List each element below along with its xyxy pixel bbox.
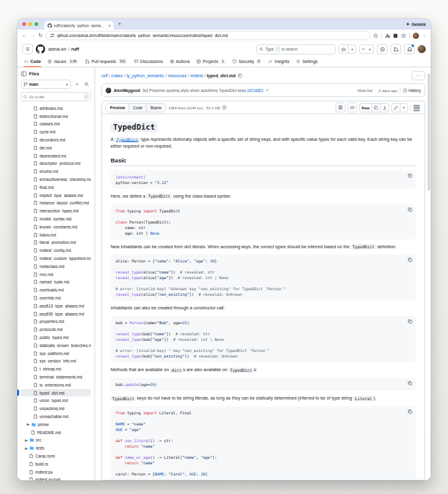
- tree-file-intersection_types.md[interactable]: intersection_types.md: [21, 207, 91, 215]
- tree-file-ty_extensions.md[interactable]: ty_extensions.md: [21, 381, 91, 389]
- copy-code-button[interactable]: [408, 257, 412, 262]
- org-link[interactable]: astral-sh: [48, 46, 66, 52]
- tree-folder-tests[interactable]: ▶tests: [21, 444, 91, 452]
- tree-file-invalid_syntax.md[interactable]: invalid_syntax.md: [21, 215, 91, 223]
- tree-file-protocols.md[interactable]: protocols.md: [21, 325, 91, 333]
- nav-tab-actions[interactable]: Actions: [167, 56, 193, 67]
- issues-header-button[interactable]: [377, 44, 387, 54]
- extension-icon[interactable]: [385, 33, 390, 38]
- nav-tab-code[interactable]: Code: [21, 56, 44, 67]
- commit-sha[interactable]: 594b7b0: [358, 88, 373, 93]
- outline-button[interactable]: ≣: [412, 103, 421, 112]
- download-button[interactable]: [381, 104, 389, 112]
- create-new-button[interactable]: +▼: [359, 44, 374, 54]
- tree-file-override.md[interactable]: override.md: [21, 294, 91, 302]
- copy-file-button[interactable]: [372, 104, 380, 112]
- nav-tab-insights[interactable]: Insights: [265, 56, 292, 67]
- reload-button[interactable]: ↻: [38, 33, 43, 38]
- copy-code-button[interactable]: [408, 319, 412, 324]
- commit-author-avatar[interactable]: [106, 88, 111, 93]
- nav-tab-pull-requests[interactable]: Pull requests311: [82, 56, 130, 67]
- chevron-down-icon[interactable]: ▼: [349, 45, 355, 53]
- tree-file-typed_dict.md[interactable]: typed_dict.md: [21, 389, 91, 397]
- view-tab-preview[interactable]: Preview: [106, 104, 129, 112]
- tree-file-mro.md[interactable]: mro.md: [21, 270, 91, 278]
- branch-selector[interactable]: main ▼: [21, 80, 71, 89]
- tree-file-enums.md[interactable]: enums.md: [21, 167, 91, 175]
- pull-requests-header-button[interactable]: [391, 44, 401, 54]
- global-search-input[interactable]: Type / to search: [256, 44, 336, 54]
- breadcrumb-link[interactable]: crates: [111, 73, 123, 78]
- site-settings-icon[interactable]: [50, 33, 54, 38]
- copy-code-button[interactable]: [408, 409, 412, 414]
- commit-message[interactable]: [ty] Preserve quoting style when autofix…: [143, 88, 263, 93]
- commit-check-icon[interactable]: ✓: [266, 88, 269, 93]
- symbols-icon[interactable]: [222, 105, 227, 110]
- tree-file-classes.md[interactable]: classes.md: [21, 120, 91, 128]
- inline-code-link[interactable]: TypedDict: [114, 136, 140, 142]
- download-tray-icon[interactable]: [401, 33, 406, 38]
- tree-file-unpacking.md[interactable]: unpacking.md: [21, 404, 91, 412]
- add-file-button[interactable]: +: [73, 80, 81, 88]
- history-button[interactable]: History: [403, 88, 421, 93]
- tree-file-exhaustiveness_checking.md[interactable]: exhaustiveness_checking.md: [21, 175, 91, 183]
- copy-path-icon[interactable]: [238, 73, 242, 78]
- tree-file-del.md[interactable]: del.md: [21, 144, 91, 152]
- browser-menu-icon[interactable]: ⋮: [422, 33, 426, 38]
- pr-link[interactable]: (#21682): [247, 88, 263, 93]
- tree-file-descriptor_protocol.md[interactable]: descriptor_protocol.md: [21, 160, 91, 168]
- tree-file-pep695_type_aliases.md[interactable]: pep695_type_aliases.md: [21, 310, 91, 318]
- tree-file-properties.md[interactable]: properties.md: [21, 318, 91, 326]
- tree-file-build.rs[interactable]: build.rs: [21, 460, 91, 468]
- tree-file-final.md[interactable]: final.md: [21, 183, 91, 191]
- zoom-window-button[interactable]: [35, 22, 38, 26]
- tree-file-metaclass.md[interactable]: metaclass.md: [21, 262, 91, 270]
- breadcrumb-link[interactable]: ruff: [101, 73, 108, 78]
- minimize-window-button[interactable]: [28, 22, 32, 26]
- tree-file-mdtest_config.md[interactable]: mdtest_config.md: [21, 246, 91, 254]
- tree-file-mdtest.py.lock[interactable]: mdtest.py.lock: [21, 475, 91, 480]
- close-tab-icon[interactable]: ×: [108, 23, 111, 28]
- edit-pencil-button[interactable]: [392, 104, 400, 112]
- back-button[interactable]: ←: [22, 33, 27, 38]
- browser-profile-avatar[interactable]: [413, 33, 419, 39]
- copilot-button-group[interactable]: ▼: [339, 44, 356, 54]
- nav-tab-security[interactable]: Security6: [229, 56, 264, 67]
- tree-file-sys_platform.md[interactable]: sys_platform.md: [21, 350, 91, 358]
- tree-file-unreachable.md[interactable]: unreachable.md: [21, 412, 91, 421]
- tree-file-terminal_statements.md[interactable]: terminal_statements.md: [21, 373, 91, 381]
- tree-file-known_constants.md[interactable]: known_constants.md: [21, 223, 91, 231]
- tree-file-overloads.md[interactable]: overloads.md: [21, 286, 91, 294]
- nav-tab-projects[interactable]: Projects1: [193, 56, 229, 67]
- view-tab-blame[interactable]: Blame: [146, 104, 165, 112]
- tree-folder-src[interactable]: ▶src: [21, 436, 91, 444]
- forward-button[interactable]: →: [30, 33, 36, 38]
- tree-file-deprecated.md[interactable]: deprecated.md: [21, 152, 91, 160]
- tree-file-Cargo.toml[interactable]: Cargo.toml: [21, 452, 91, 460]
- print-button[interactable]: [336, 103, 345, 112]
- view-tab-code[interactable]: Code: [129, 104, 146, 112]
- collapse-sidebar-icon[interactable]: [21, 71, 27, 77]
- tree-file-statically_known_branches.md[interactable]: statically_known_branches.md: [21, 341, 91, 350]
- user-avatar[interactable]: [418, 45, 426, 53]
- nav-tab-discussions[interactable]: Discussions: [131, 56, 166, 67]
- tree-file-literal_promotion.md[interactable]: literal_promotion.md: [21, 239, 91, 247]
- bookmark-star-icon[interactable]: [373, 33, 378, 38]
- notifications-button[interactable]: [404, 44, 415, 54]
- nav-tab-settings[interactable]: Settings: [293, 56, 321, 67]
- nav-tab-issues[interactable]: Issues1.6k: [44, 56, 82, 67]
- tree-file-public_types.md[interactable]: public_types.md: [21, 333, 91, 341]
- tree-file-t_strings.md[interactable]: t_strings.md: [21, 365, 91, 373]
- tree-file-bidirectional.md[interactable]: bidirectional.md: [21, 112, 91, 120]
- browser-tab[interactable]: ruff/crates/ty_python_sema… ×: [44, 21, 114, 30]
- tree-file-mdtest.py[interactable]: mdtest.py: [21, 468, 91, 476]
- tree-file-implicit_type_aliases.md[interactable]: implicit_type_aliases.md: [21, 191, 91, 199]
- tree-file-sys_version_info.md[interactable]: sys_version_info.md: [21, 358, 91, 366]
- tree-file-instance_layout_conflict.md[interactable]: instance_layout_conflict.md: [21, 199, 91, 207]
- tree-file-mdtest_custom_typeshed.md[interactable]: mdtest_custom_typeshed.md: [21, 254, 91, 262]
- hamburger-menu-button[interactable]: ☰: [22, 44, 33, 54]
- goto-file-input[interactable]: Go to file t: [21, 92, 91, 101]
- tree-file-README.md[interactable]: README.md: [21, 429, 91, 437]
- copilot-file-button[interactable]: [347, 103, 357, 112]
- breadcrumb-link[interactable]: ty_python_semantic: [126, 73, 164, 78]
